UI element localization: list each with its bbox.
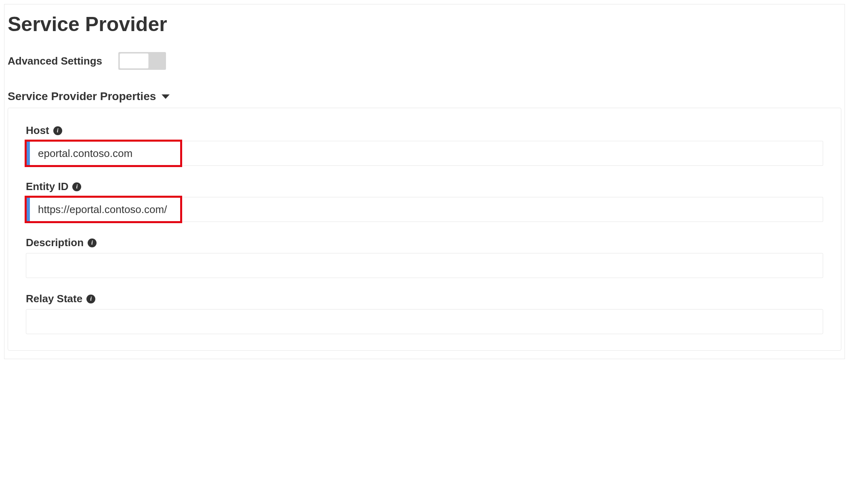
entity-id-field-group: Entity ID i [26, 180, 823, 222]
advanced-settings-toggle[interactable] [118, 52, 166, 70]
toggle-knob [120, 53, 149, 69]
chevron-down-icon [162, 94, 170, 99]
description-label: Description [26, 236, 84, 249]
relay-state-label: Relay State [26, 293, 82, 305]
host-input-wrap [26, 141, 823, 166]
info-icon[interactable]: i [72, 182, 81, 191]
page-container: Service Provider Advanced Settings Servi… [4, 4, 845, 359]
advanced-settings-row: Advanced Settings [8, 52, 845, 70]
entity-id-input[interactable] [26, 197, 823, 222]
info-icon[interactable]: i [86, 295, 95, 303]
relay-state-label-row: Relay State i [26, 293, 823, 305]
description-input[interactable] [26, 253, 823, 278]
relay-state-input[interactable] [26, 309, 823, 334]
info-icon[interactable]: i [53, 126, 62, 135]
host-field-group: Host i [26, 124, 823, 166]
section-title: Service Provider Properties [8, 90, 156, 103]
entity-id-input-wrap [26, 197, 823, 222]
properties-panel: Host i Entity ID i Description i [8, 108, 841, 351]
entity-id-label-row: Entity ID i [26, 180, 823, 193]
entity-id-label: Entity ID [26, 180, 68, 193]
host-label-row: Host i [26, 124, 823, 137]
host-input[interactable] [26, 141, 823, 166]
description-label-row: Description i [26, 236, 823, 249]
description-field-group: Description i [26, 236, 823, 278]
relay-state-field-group: Relay State i [26, 293, 823, 334]
advanced-settings-label: Advanced Settings [8, 55, 102, 67]
page-title: Service Provider [8, 13, 845, 36]
host-label: Host [26, 124, 49, 137]
section-header[interactable]: Service Provider Properties [8, 90, 845, 103]
info-icon[interactable]: i [88, 238, 97, 247]
